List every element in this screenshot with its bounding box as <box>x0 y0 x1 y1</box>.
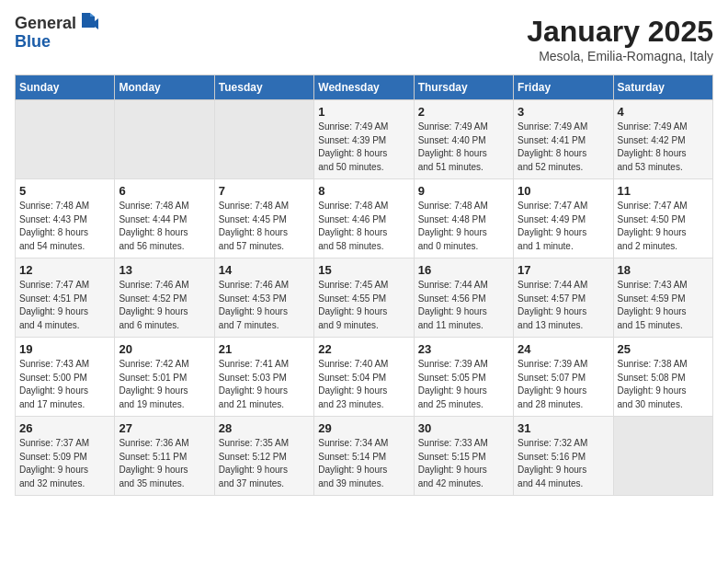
day-info: Sunrise: 7:47 AM Sunset: 4:50 PM Dayligh… <box>618 200 709 253</box>
day-number: 16 <box>418 263 509 277</box>
day-number: 7 <box>219 184 310 198</box>
calendar-cell: 23Sunrise: 7:39 AM Sunset: 5:05 PM Dayli… <box>414 338 513 417</box>
calendar-week-row: 5Sunrise: 7:48 AM Sunset: 4:43 PM Daylig… <box>16 179 713 259</box>
calendar-cell: 22Sunrise: 7:40 AM Sunset: 5:04 PM Dayli… <box>314 338 414 417</box>
calendar-cell: 17Sunrise: 7:44 AM Sunset: 4:57 PM Dayli… <box>514 259 613 338</box>
day-info: Sunrise: 7:32 AM Sunset: 5:16 PM Dayligh… <box>518 437 609 490</box>
day-number: 12 <box>19 263 110 277</box>
calendar-cell: 13Sunrise: 7:46 AM Sunset: 4:52 PM Dayli… <box>115 259 214 338</box>
day-number: 30 <box>418 421 509 435</box>
day-number: 29 <box>318 421 409 435</box>
calendar-cell: 11Sunrise: 7:47 AM Sunset: 4:50 PM Dayli… <box>613 179 712 259</box>
day-number: 5 <box>19 184 110 198</box>
day-info: Sunrise: 7:48 AM Sunset: 4:43 PM Dayligh… <box>19 200 110 253</box>
calendar-cell: 29Sunrise: 7:34 AM Sunset: 5:14 PM Dayli… <box>314 417 414 496</box>
page-header: General Blue January 2025 Mesola, Emilia… <box>15 15 713 63</box>
day-info: Sunrise: 7:37 AM Sunset: 5:09 PM Dayligh… <box>19 437 110 490</box>
calendar-cell: 12Sunrise: 7:47 AM Sunset: 4:51 PM Dayli… <box>16 259 115 338</box>
day-number: 18 <box>618 263 709 277</box>
day-info: Sunrise: 7:47 AM Sunset: 4:51 PM Dayligh… <box>19 279 110 332</box>
calendar-cell: 24Sunrise: 7:39 AM Sunset: 5:07 PM Dayli… <box>514 338 613 417</box>
calendar-cell: 7Sunrise: 7:48 AM Sunset: 4:45 PM Daylig… <box>214 179 313 259</box>
day-info: Sunrise: 7:48 AM Sunset: 4:46 PM Dayligh… <box>318 200 409 253</box>
day-number: 19 <box>19 342 110 356</box>
day-info: Sunrise: 7:38 AM Sunset: 5:08 PM Dayligh… <box>618 358 709 411</box>
calendar-cell: 2Sunrise: 7:49 AM Sunset: 4:40 PM Daylig… <box>414 100 513 179</box>
day-info: Sunrise: 7:42 AM Sunset: 5:01 PM Dayligh… <box>119 358 210 411</box>
day-info: Sunrise: 7:43 AM Sunset: 4:59 PM Dayligh… <box>618 279 709 332</box>
day-number: 13 <box>119 263 210 277</box>
day-number: 31 <box>518 421 609 435</box>
calendar-cell: 1Sunrise: 7:49 AM Sunset: 4:39 PM Daylig… <box>314 100 414 179</box>
calendar-cell: 21Sunrise: 7:41 AM Sunset: 5:03 PM Dayli… <box>214 338 313 417</box>
day-info: Sunrise: 7:39 AM Sunset: 5:05 PM Dayligh… <box>418 358 509 411</box>
day-number: 10 <box>518 184 609 198</box>
calendar-cell: 4Sunrise: 7:49 AM Sunset: 4:42 PM Daylig… <box>613 100 712 179</box>
svg-marker-1 <box>90 13 95 17</box>
day-info: Sunrise: 7:48 AM Sunset: 4:44 PM Dayligh… <box>119 200 210 253</box>
day-info: Sunrise: 7:49 AM Sunset: 4:40 PM Dayligh… <box>418 121 509 174</box>
logo: General Blue <box>15 15 98 52</box>
calendar-cell: 30Sunrise: 7:33 AM Sunset: 5:15 PM Dayli… <box>414 417 513 496</box>
day-number: 17 <box>518 263 609 277</box>
day-number: 9 <box>418 184 509 198</box>
calendar-week-row: 19Sunrise: 7:43 AM Sunset: 5:00 PM Dayli… <box>16 338 713 417</box>
day-number: 2 <box>418 105 509 119</box>
day-number: 23 <box>418 342 509 356</box>
calendar-cell: 27Sunrise: 7:36 AM Sunset: 5:11 PM Dayli… <box>115 417 214 496</box>
logo-icon <box>78 11 98 31</box>
day-info: Sunrise: 7:49 AM Sunset: 4:39 PM Dayligh… <box>318 121 409 174</box>
weekday-header: Thursday <box>414 75 513 100</box>
calendar-cell: 28Sunrise: 7:35 AM Sunset: 5:12 PM Dayli… <box>214 417 313 496</box>
day-number: 27 <box>119 421 210 435</box>
calendar-cell: 19Sunrise: 7:43 AM Sunset: 5:00 PM Dayli… <box>16 338 115 417</box>
day-info: Sunrise: 7:40 AM Sunset: 5:04 PM Dayligh… <box>318 358 409 411</box>
calendar-cell <box>613 417 712 496</box>
day-info: Sunrise: 7:33 AM Sunset: 5:15 PM Dayligh… <box>418 437 509 490</box>
day-number: 1 <box>318 105 409 119</box>
day-info: Sunrise: 7:48 AM Sunset: 4:48 PM Dayligh… <box>418 200 509 253</box>
calendar-cell: 18Sunrise: 7:43 AM Sunset: 4:59 PM Dayli… <box>613 259 712 338</box>
day-info: Sunrise: 7:43 AM Sunset: 5:00 PM Dayligh… <box>19 358 110 411</box>
day-info: Sunrise: 7:47 AM Sunset: 4:49 PM Dayligh… <box>518 200 609 253</box>
calendar-cell: 6Sunrise: 7:48 AM Sunset: 4:44 PM Daylig… <box>115 179 214 259</box>
calendar-cell: 8Sunrise: 7:48 AM Sunset: 4:46 PM Daylig… <box>314 179 414 259</box>
calendar-cell: 10Sunrise: 7:47 AM Sunset: 4:49 PM Dayli… <box>514 179 613 259</box>
calendar-week-row: 26Sunrise: 7:37 AM Sunset: 5:09 PM Dayli… <box>16 417 713 496</box>
calendar-table: SundayMondayTuesdayWednesdayThursdayFrid… <box>15 75 713 496</box>
day-number: 24 <box>518 342 609 356</box>
day-number: 4 <box>618 105 709 119</box>
calendar-cell <box>16 100 115 179</box>
day-number: 3 <box>518 105 609 119</box>
calendar-cell: 20Sunrise: 7:42 AM Sunset: 5:01 PM Dayli… <box>115 338 214 417</box>
weekday-header: Monday <box>115 75 214 100</box>
page-subtitle: Mesola, Emilia-Romagna, Italy <box>527 49 713 63</box>
weekday-header: Friday <box>514 75 613 100</box>
day-info: Sunrise: 7:39 AM Sunset: 5:07 PM Dayligh… <box>518 358 609 411</box>
calendar-cell: 25Sunrise: 7:38 AM Sunset: 5:08 PM Dayli… <box>613 338 712 417</box>
calendar-cell: 31Sunrise: 7:32 AM Sunset: 5:16 PM Dayli… <box>514 417 613 496</box>
calendar-cell <box>115 100 214 179</box>
page-title: January 2025 <box>527 15 713 49</box>
weekday-header: Sunday <box>16 75 115 100</box>
calendar-cell: 5Sunrise: 7:48 AM Sunset: 4:43 PM Daylig… <box>16 179 115 259</box>
calendar-cell: 9Sunrise: 7:48 AM Sunset: 4:48 PM Daylig… <box>414 179 513 259</box>
day-info: Sunrise: 7:36 AM Sunset: 5:11 PM Dayligh… <box>119 437 210 490</box>
day-info: Sunrise: 7:46 AM Sunset: 4:53 PM Dayligh… <box>219 279 310 332</box>
day-number: 20 <box>119 342 210 356</box>
weekday-header: Saturday <box>613 75 712 100</box>
day-number: 22 <box>318 342 409 356</box>
day-info: Sunrise: 7:49 AM Sunset: 4:42 PM Dayligh… <box>618 121 709 174</box>
day-info: Sunrise: 7:45 AM Sunset: 4:55 PM Dayligh… <box>318 279 409 332</box>
day-number: 21 <box>219 342 310 356</box>
day-info: Sunrise: 7:44 AM Sunset: 4:57 PM Dayligh… <box>518 279 609 332</box>
calendar-cell: 16Sunrise: 7:44 AM Sunset: 4:56 PM Dayli… <box>414 259 513 338</box>
day-number: 28 <box>219 421 310 435</box>
day-number: 14 <box>219 263 310 277</box>
calendar-week-row: 1Sunrise: 7:49 AM Sunset: 4:39 PM Daylig… <box>16 100 713 179</box>
calendar-cell: 15Sunrise: 7:45 AM Sunset: 4:55 PM Dayli… <box>314 259 414 338</box>
day-number: 11 <box>618 184 709 198</box>
calendar-cell: 26Sunrise: 7:37 AM Sunset: 5:09 PM Dayli… <box>16 417 115 496</box>
day-info: Sunrise: 7:44 AM Sunset: 4:56 PM Dayligh… <box>418 279 509 332</box>
weekday-header: Tuesday <box>214 75 313 100</box>
